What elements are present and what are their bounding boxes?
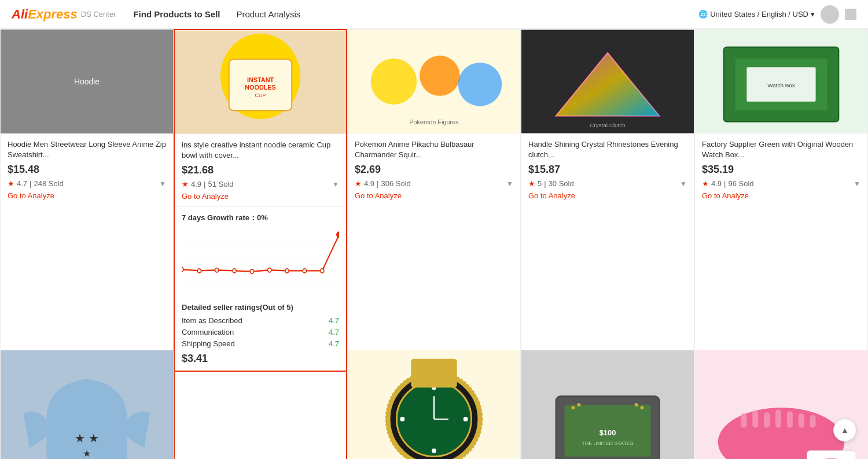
nav-find-products[interactable]: Find Products to Sell — [133, 9, 220, 19]
product-grid-row1: Hoodie Hoodie Men Streetwear Long Sleeve… — [0, 29, 868, 372]
product-price: $35.19 — [702, 164, 860, 176]
product-card: ★ ★ ★ Vintage Sweatshirt Ladies Casual S… — [0, 372, 174, 459]
seller-ratings-title: Detailed seller ratings(Out of 5) — [182, 303, 339, 312]
svg-rect-63 — [764, 413, 770, 428]
svg-point-17 — [285, 269, 289, 273]
product-image — [695, 373, 867, 459]
go-to-analyze-link[interactable]: Go to Analyze — [8, 191, 54, 200]
sold-count: 30 Sold — [549, 179, 574, 188]
product-price: $15.48 — [8, 164, 166, 176]
product-price: $2.69 — [355, 164, 513, 176]
product-card: Watch Box Factory Supplier Green with Or… — [694, 29, 868, 372]
sold-count: 248 Sold — [34, 179, 63, 188]
rating-val: 4.7 — [329, 339, 339, 348]
svg-point-58 — [635, 404, 638, 407]
svg-point-16 — [268, 268, 271, 272]
svg-point-44 — [464, 417, 468, 421]
logo: AliExpress — [12, 7, 78, 22]
chevron-down-icon[interactable]: ▼ — [506, 180, 513, 188]
svg-rect-49 — [411, 359, 457, 388]
svg-point-14 — [233, 269, 236, 273]
nav-product-analysis[interactable]: Product Analysis — [236, 9, 300, 19]
product-price: $21.68 — [182, 164, 339, 176]
svg-text:Crystal Clutch: Crystal Clutch — [590, 122, 626, 128]
rating-info: ★ 4.9 | 96 Sold — [702, 179, 754, 188]
ds-center-label: DS Center — [81, 10, 116, 18]
rating-label: Communication — [182, 328, 234, 336]
card-body: Pokemon Anime Pikachu Bulbasaur Charmand… — [348, 134, 520, 206]
go-to-analyze-link[interactable]: Go to Analyze — [182, 192, 229, 201]
expanded-bottom-price: $3.41 — [182, 353, 339, 365]
rating-info: ★ 4.7 | 248 Sold — [8, 179, 64, 188]
rating-info: ★ 4.9 | 51 Sold — [182, 180, 234, 188]
go-to-analyze-link[interactable]: Go to Analyze — [702, 191, 749, 200]
rating-value: 4.9 — [364, 179, 374, 188]
go-to-analyze-link[interactable]: Go to Analyze — [528, 191, 575, 200]
star-icon: ★ — [182, 180, 189, 188]
svg-rect-62 — [752, 411, 758, 428]
sold-count: 51 Sold — [208, 180, 233, 188]
svg-rect-66 — [799, 414, 804, 428]
svg-point-19 — [321, 269, 324, 273]
chevron-down-icon[interactable]: ▼ — [332, 180, 339, 188]
rating-value: 5 — [538, 179, 542, 188]
svg-text:Hoodie: Hoodie — [74, 77, 100, 86]
rating-row: ★ 4.7 | 248 Sold ▼ — [8, 179, 166, 188]
globe-icon: 🌐 — [698, 10, 708, 18]
scroll-up-button[interactable]: ▲ — [833, 419, 856, 442]
star-icon: ★ — [528, 179, 535, 188]
chart-container — [182, 228, 339, 297]
svg-text:CUP: CUP — [255, 92, 266, 98]
product-title: ins style creative instant noodle cerami… — [182, 140, 339, 161]
product-image: Crystal Clutch — [521, 29, 694, 134]
svg-point-11 — [182, 268, 183, 272]
svg-text:INSTANT: INSTANT — [247, 76, 274, 83]
svg-point-56 — [577, 404, 580, 407]
product-card-highlighted-bottom — [174, 372, 347, 459]
main-nav: Find Products to Sell Product Analysis — [133, 9, 300, 19]
star-icon: ★ — [702, 179, 709, 188]
region-selector[interactable]: 🌐 United States / English / USD ▾ — [698, 10, 815, 18]
svg-point-22 — [371, 58, 417, 104]
star-icon: ★ — [355, 179, 362, 188]
card-body: Hoodie Men Streetwear Long Sleeve Anime … — [1, 134, 173, 206]
product-grid-row2: ★ ★ ★ Vintage Sweatshirt Ladies Casual S… — [0, 372, 868, 459]
chevron-down-icon[interactable]: ▼ — [854, 180, 860, 188]
product-image: Hoodie — [1, 29, 173, 134]
rating-label: Shipping Speed — [182, 339, 235, 348]
rating-val: 4.7 — [329, 328, 339, 336]
product-image: ★ ★ ★ — [1, 373, 173, 459]
product-card: 2022 Fashion Luxury Watches Men Classic … — [347, 372, 521, 459]
rating-info: ★ 4.9 | 306 Sold — [355, 179, 411, 188]
product-image — [348, 373, 520, 459]
sold-count: 306 Sold — [381, 179, 410, 188]
product-card-highlighted: INSTANT NOODLES CUP ins style creative i… — [174, 29, 347, 372]
product-title: Factory Supplier Green with Original Woo… — [702, 139, 860, 160]
svg-rect-64 — [775, 410, 781, 428]
go-to-analyze-link[interactable]: Go to Analyze — [355, 191, 402, 200]
rating-value: 4.9 — [191, 180, 201, 188]
avatar[interactable] — [821, 5, 839, 24]
svg-text:★: ★ — [83, 449, 91, 458]
svg-point-43 — [400, 417, 404, 421]
rating-row: ★ 4.9 | 306 Sold ▼ — [355, 179, 513, 188]
rating-value: 4.7 — [17, 179, 27, 188]
rating-label: Item as Described — [182, 316, 242, 325]
product-title: Pokemon Anime Pikachu Bulbasaur Charmand… — [355, 139, 513, 160]
chevron-down-icon: ▾ — [811, 10, 815, 18]
rating-val: 4.7 — [329, 316, 339, 325]
svg-rect-65 — [787, 412, 793, 428]
product-image: Watch Box — [695, 29, 867, 134]
product-image: $100 THE UNITED STATES — [521, 373, 694, 459]
svg-point-57 — [641, 406, 644, 410]
product-card: Foot Washing Brush Silicone Bath Foot Ma… — [694, 372, 868, 459]
product-image: INSTANT NOODLES CUP — [175, 30, 346, 134]
rating-detail-row: Item as Described 4.7 — [182, 316, 339, 325]
svg-text:$100: $100 — [599, 428, 616, 437]
menu-icon[interactable] — [845, 9, 856, 20]
svg-point-20 — [337, 232, 339, 238]
chevron-down-icon[interactable]: ▼ — [680, 180, 687, 188]
rating-info: ★ 5 | 30 Sold — [528, 179, 574, 188]
chevron-down-icon[interactable]: ▼ — [159, 180, 166, 188]
product-price: $15.87 — [528, 164, 687, 176]
